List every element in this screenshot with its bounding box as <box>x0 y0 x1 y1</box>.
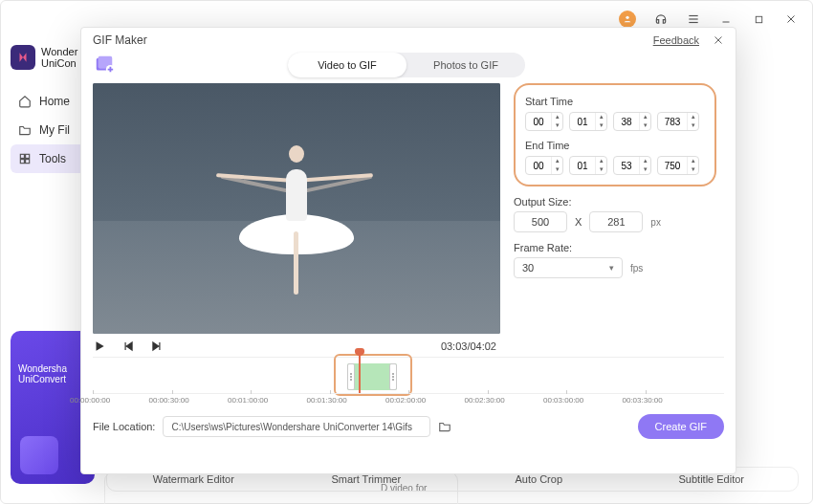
start-ms-stepper[interactable]: ▴▾ <box>657 112 699 131</box>
file-location-label: File Location: <box>93 421 155 432</box>
prev-frame-button[interactable] <box>121 340 135 353</box>
svg-rect-5 <box>756 16 761 22</box>
gif-maker-dialog: GIF Maker Feedback Video to GIF Photos t… <box>80 27 736 474</box>
up-icon[interactable]: ▴ <box>687 113 698 121</box>
down-icon[interactable]: ▾ <box>595 121 606 130</box>
dialog-close-button[interactable] <box>713 34 724 46</box>
controls-panel: Start Time ▴▾ ▴▾ ▴▾ ▴▾ End Time ▴▾ ▴▾ ▴▾… <box>514 83 716 334</box>
selection-end-handle[interactable] <box>389 363 397 390</box>
selection-start-handle[interactable] <box>347 363 355 390</box>
frame-rate-value: 30 <box>522 262 534 274</box>
frame-rate-unit: fps <box>630 263 643 274</box>
add-file-button[interactable] <box>93 54 116 77</box>
down-icon[interactable]: ▾ <box>551 121 562 130</box>
minimize-button[interactable] <box>718 11 734 27</box>
video-preview[interactable] <box>93 83 500 334</box>
next-frame-button[interactable] <box>150 340 164 353</box>
seg-photos-to-gif[interactable]: Photos to GIF <box>406 53 525 77</box>
tick-label: 00:02:30:00 <box>465 396 505 405</box>
down-icon[interactable]: ▾ <box>595 165 606 174</box>
down-icon[interactable]: ▾ <box>639 165 650 174</box>
time-range-group: Start Time ▴▾ ▴▾ ▴▾ ▴▾ End Time ▴▾ ▴▾ ▴▾… <box>514 83 716 186</box>
nav-home-label: Home <box>39 95 70 108</box>
mode-segmented: Video to GIF Photos to GIF <box>288 53 525 77</box>
up-icon[interactable]: ▴ <box>595 157 606 165</box>
start-hours-stepper[interactable]: ▴▾ <box>525 112 563 131</box>
maximize-button[interactable] <box>751 11 766 27</box>
start-minutes-input[interactable] <box>570 113 595 130</box>
dialog-title: GIF Maker <box>93 33 147 47</box>
tools-icon <box>18 152 32 165</box>
down-icon[interactable]: ▾ <box>687 121 698 130</box>
play-button[interactable] <box>93 340 106 353</box>
logo-icon <box>11 45 35 70</box>
end-ms-input[interactable] <box>658 157 687 174</box>
start-time-label: Start Time <box>525 93 705 110</box>
close-button[interactable] <box>783 11 799 27</box>
promo-line1: Wondersha <box>18 363 87 374</box>
end-minutes-input[interactable] <box>570 157 595 174</box>
tool-subtitle[interactable]: Subtitle Editor <box>626 473 799 485</box>
file-location-input[interactable]: C:\Users\ws\Pictures\Wondershare UniConv… <box>163 416 430 437</box>
up-icon[interactable]: ▴ <box>687 157 698 165</box>
svg-rect-11 <box>26 160 30 164</box>
svg-rect-8 <box>20 154 24 158</box>
output-unit: px <box>650 217 661 228</box>
svg-point-0 <box>626 16 628 19</box>
tick-label: 00:01:00:00 <box>228 396 268 405</box>
up-icon[interactable]: ▴ <box>551 157 562 165</box>
up-icon[interactable]: ▴ <box>639 157 650 165</box>
promo-art-icon <box>20 436 58 474</box>
timeline-selection[interactable] <box>347 363 397 390</box>
headset-icon[interactable] <box>653 11 669 27</box>
folder-icon <box>18 123 32 137</box>
output-width-input[interactable]: 500 <box>514 211 567 232</box>
timeline-ticks: 00:00:00:00 00:00:30:00 00:01:00:00 00:0… <box>93 393 724 406</box>
end-minutes-stepper[interactable]: ▴▾ <box>569 156 607 175</box>
output-height-input[interactable]: 281 <box>589 211 643 232</box>
timeline[interactable]: 00:00:00:00 00:00:30:00 00:01:00:00 00:0… <box>93 357 724 406</box>
end-ms-stepper[interactable]: ▴▾ <box>657 156 699 175</box>
create-gif-button[interactable]: Create GIF <box>638 414 724 439</box>
end-seconds-stepper[interactable]: ▴▾ <box>613 156 651 175</box>
tick-label: 00:00:00:00 <box>70 396 110 405</box>
chevron-down-icon: ▾ <box>609 263 614 273</box>
preview-image <box>93 83 500 334</box>
up-icon[interactable]: ▴ <box>551 113 562 121</box>
tick-label: 00:00:30:00 <box>149 396 189 405</box>
playhead[interactable] <box>359 352 361 394</box>
home-icon <box>18 95 32 108</box>
playbar: 03:03/04:02 <box>81 334 736 353</box>
end-seconds-input[interactable] <box>614 157 639 174</box>
start-hours-input[interactable] <box>526 113 551 130</box>
end-hours-input[interactable] <box>526 157 551 174</box>
start-minutes-stepper[interactable]: ▴▾ <box>569 112 607 131</box>
start-seconds-stepper[interactable]: ▴▾ <box>613 112 651 131</box>
down-icon[interactable]: ▾ <box>687 165 698 174</box>
tool-watermark[interactable]: Watermark Editor <box>107 473 280 485</box>
tool-autocrop[interactable]: Auto Crop <box>452 473 626 485</box>
frame-rate-label: Frame Rate: <box>514 242 716 253</box>
nav-files-label: My Fil <box>39 123 70 137</box>
menu-icon[interactable] <box>686 11 701 27</box>
tool-trimmer[interactable]: Smart Trimmer <box>280 473 453 485</box>
down-icon[interactable]: ▾ <box>639 121 650 130</box>
up-icon[interactable]: ▴ <box>639 113 650 121</box>
file-location-value: C:\Users\ws\Pictures\Wondershare UniConv… <box>171 422 412 432</box>
feedback-link[interactable]: Feedback <box>653 34 699 46</box>
browse-folder-button[interactable] <box>438 420 451 433</box>
output-size-label: Output Size: <box>514 196 716 208</box>
user-avatar[interactable] <box>619 11 636 28</box>
brand-line2: UniCon <box>41 57 77 69</box>
frame-rate-select[interactable]: 30 ▾ <box>514 257 623 278</box>
tick-label: 00:02:00:00 <box>385 396 426 405</box>
start-seconds-input[interactable] <box>614 113 639 130</box>
start-ms-input[interactable] <box>658 113 687 130</box>
tick-label: 00:03:30:00 <box>623 396 663 405</box>
nav-tools-label: Tools <box>39 152 66 165</box>
svg-rect-9 <box>26 154 30 158</box>
seg-video-to-gif[interactable]: Video to GIF <box>288 53 406 77</box>
up-icon[interactable]: ▴ <box>595 113 606 121</box>
end-hours-stepper[interactable]: ▴▾ <box>525 156 563 175</box>
down-icon[interactable]: ▾ <box>551 165 562 174</box>
